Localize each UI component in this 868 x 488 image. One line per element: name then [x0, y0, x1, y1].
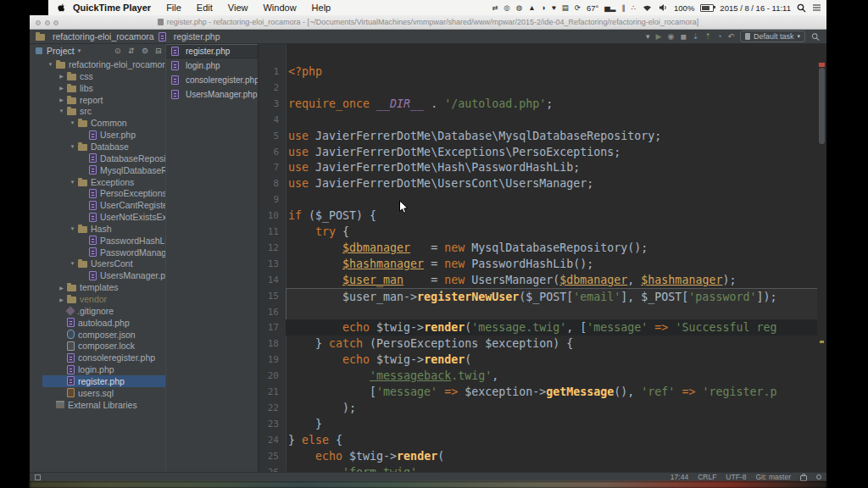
code-line-21[interactable]: 21 ['message' => $exception->getMessage(…: [259, 384, 826, 400]
breadcrumb-item[interactable]: refactoring-eloi_rocamora: [53, 31, 154, 42]
tree-item-users-sql[interactable]: users.sql: [30, 387, 165, 399]
code-line-1[interactable]: 1<?php: [259, 64, 826, 80]
tree-item-passwordhashlib[interactable]: PasswordHashLib: [30, 235, 165, 247]
code-line-10[interactable]: 10if ($_POST) {: [259, 208, 826, 224]
menu-edit[interactable]: Edit: [189, 3, 220, 13]
breadcrumb-item[interactable]: register.php: [174, 31, 220, 42]
cpu-graph-icon[interactable]: ▅▂: [604, 0, 615, 15]
code-line-26[interactable]: 26 'form.twig',: [259, 464, 826, 473]
record-icon[interactable]: ◎: [504, 0, 509, 15]
commit-icon[interactable]: ⇡: [704, 30, 711, 43]
sync-icon[interactable]: ⟳: [575, 0, 581, 15]
code-line-6[interactable]: 6use JavierFerrerDotMe\Exceptions\PersoE…: [259, 144, 826, 160]
spotlight-icon[interactable]: [797, 3, 806, 13]
tree-item-consoleregister-php[interactable]: consoleregister.php: [30, 352, 165, 363]
notification-center-icon[interactable]: [812, 3, 821, 12]
code-line-24[interactable]: 24} else {: [259, 432, 826, 448]
tree-item-composer-json[interactable]: composer.json: [30, 329, 165, 341]
tree-item-css[interactable]: ▶css: [30, 70, 165, 82]
code-line-4[interactable]: 4: [259, 112, 826, 128]
menu-file[interactable]: File: [159, 3, 189, 13]
expanded-arrow-icon[interactable]: ▼: [67, 261, 78, 266]
tree-item-login-php[interactable]: login.php: [30, 363, 165, 375]
code-line-12[interactable]: 12 $dbmanager = new MysqlDatabaseReposit…: [259, 240, 826, 256]
code-line-14[interactable]: 14 $user_man = new UsersManager($dbmanag…: [259, 272, 826, 288]
window-title-bar[interactable]: register.php - refactoring-eloi_rocamora…: [30, 15, 826, 30]
code-line-22[interactable]: 22 );: [259, 400, 826, 416]
expanded-arrow-icon[interactable]: ▼: [56, 108, 67, 114]
code-line-20[interactable]: 20 'messageback.twig',: [259, 368, 826, 384]
editor-tab-login-php[interactable]: login.php: [166, 58, 258, 73]
tree-item-vendor[interactable]: ▶vendor: [30, 293, 165, 305]
editor-scrollbar[interactable]: [817, 44, 826, 472]
expanded-arrow-icon[interactable]: ▼: [67, 120, 78, 125]
stop-icon[interactable]: ◼: [680, 30, 686, 43]
tree-item-libs[interactable]: ▶libs: [30, 82, 165, 94]
expanded-arrow-icon[interactable]: ▼: [67, 144, 78, 149]
code-line-11[interactable]: 11 try {: [259, 224, 826, 240]
info-icon[interactable]: ◍: [516, 0, 522, 15]
tree-item-autoload-php[interactable]: autoload.php: [30, 317, 165, 329]
tree-item-exceptions[interactable]: ▼Exceptions: [30, 176, 165, 188]
tree-item-passwordmanage[interactable]: PasswordManage: [30, 247, 165, 258]
swap-icon[interactable]: ⇄: [492, 0, 498, 15]
tree-item-usercantregister[interactable]: UserCantRegister: [30, 199, 165, 211]
tree-item-external-libraries[interactable]: External Libraries: [30, 399, 165, 411]
tree-item-refactoring-eloi-rocamora[interactable]: ▼refactoring-eloi_rocamora: [30, 58, 165, 70]
minimize-window-button[interactable]: [45, 20, 50, 25]
code-line-2[interactable]: 2: [259, 80, 826, 96]
update-project-icon[interactable]: ⇣: [693, 30, 699, 43]
expanded-arrow-icon[interactable]: ▼: [45, 62, 56, 67]
code-line-17[interactable]: 17 echo $twig->render('message.twig', ['…: [259, 319, 826, 336]
recent-changes-icon[interactable]: ◔: [717, 30, 721, 43]
tree-item-register-php[interactable]: register.php: [30, 375, 165, 387]
zoom-window-button[interactable]: [53, 20, 58, 25]
code-line-18[interactable]: 18 } catch (PersoExceptions $exception) …: [259, 336, 826, 352]
tree-item-usernotexistsexc[interactable]: UserNotExistsExc: [30, 211, 165, 223]
airplay-icon[interactable]: ▲: [528, 0, 535, 15]
scrollbar-thumb[interactable]: [819, 68, 825, 144]
hide-panel-icon[interactable]: ⊟: [155, 47, 162, 55]
code-line-15[interactable]: 15 $user_man->registerNewUser($_POST['em…: [259, 288, 826, 304]
menu-bar-clock[interactable]: 2015 / 8 / 16 - 11:11: [720, 3, 791, 13]
editor-tab-usersmanager-php[interactable]: UsersManager.php: [166, 87, 258, 102]
expanded-arrow-icon[interactable]: ▼: [67, 180, 78, 185]
vcs-branch[interactable]: Git: master: [755, 473, 791, 481]
collapsed-arrow-icon[interactable]: ▶: [56, 85, 67, 91]
wifi-icon[interactable]: [642, 3, 653, 12]
run-config-dropdown-icon[interactable]: ▾: [646, 30, 650, 43]
code-line-19[interactable]: 19 echo $twig->render(: [259, 352, 826, 368]
tree-item-userscont[interactable]: ▼UsersCont: [30, 258, 165, 269]
menu-quicktime[interactable]: QuickTime Player: [69, 3, 159, 13]
line-ending-selector[interactable]: CRLF: [698, 473, 716, 481]
rollback-icon[interactable]: ↶: [727, 30, 734, 43]
tree-item-persoexceptions-[interactable]: PersoExceptions.: [30, 187, 165, 199]
collapsed-arrow-icon[interactable]: ▶: [56, 297, 67, 302]
collapsed-arrow-icon[interactable]: ▶: [56, 285, 67, 291]
inspections-icon[interactable]: [816, 474, 821, 480]
task-selector[interactable]: Default task▾: [740, 30, 805, 42]
menu-window[interactable]: Window: [255, 3, 303, 13]
collapsed-arrow-icon[interactable]: ▶: [56, 97, 67, 103]
tree-item-mysqldatabaser[interactable]: MysqlDatabaseR: [30, 164, 165, 176]
collapsed-arrow-icon[interactable]: ▶: [56, 73, 67, 79]
memory-bars-icon[interactable]: ∥: [621, 0, 625, 15]
toolwindow-toggle-icon[interactable]: [35, 474, 41, 480]
chevron-down-icon[interactable]: ▾: [78, 47, 81, 54]
code-line-16[interactable]: 16: [259, 304, 826, 320]
editor-tab-register-php[interactable]: register.php: [166, 44, 258, 58]
code-line-5[interactable]: 5use JavierFerrerDotMe\Database\MysqlDat…: [259, 128, 826, 144]
volume-icon[interactable]: [659, 3, 668, 12]
settings-icon[interactable]: ⚙: [142, 47, 148, 55]
window-icon[interactable]: ▤: [562, 0, 569, 15]
tree-item-user-php[interactable]: User.php: [30, 129, 165, 141]
tree-item-databasereposit[interactable]: DatabaseReposit: [30, 152, 165, 164]
search-icon[interactable]: [811, 32, 820, 42]
menu-view[interactable]: View: [220, 3, 256, 13]
tree-item--gitignore[interactable]: .gitignore: [30, 305, 165, 317]
encoding-selector[interactable]: UTF-8: [726, 473, 746, 481]
code-line-13[interactable]: 13 $hashmanager = new PasswordHashLib();: [259, 256, 826, 272]
expand-collapse-icon[interactable]: ⇵: [128, 47, 135, 55]
project-panel-header[interactable]: Project ▾ ⊙ ⇵ ⚙ ⊟: [30, 44, 165, 58]
expanded-arrow-icon[interactable]: ▼: [67, 226, 78, 231]
